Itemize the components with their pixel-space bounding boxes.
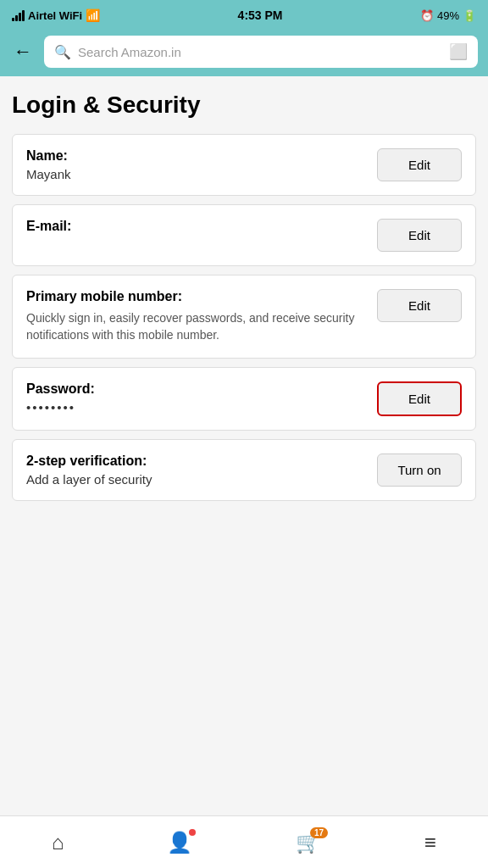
phone-info: Primary mobile number: Quickly sign in, … [26,289,377,344]
phone-edit-button[interactable]: Edit [377,289,462,322]
status-left: Airtel WiFi 📶 [12,8,100,22]
twostep-section: 2-step verification: Add a layer of secu… [12,439,476,501]
status-time: 4:53 PM [238,8,283,22]
email-edit-button[interactable]: Edit [377,219,462,252]
nav-cart[interactable]: 🛒 17 [284,826,333,860]
alarm-icon: ⏰ [420,9,434,22]
nav-account[interactable]: 👤 [155,826,204,860]
twostep-info: 2-step verification: Add a layer of secu… [26,453,377,487]
carrier-label: Airtel WiFi [28,9,82,22]
twostep-value: Add a layer of security [26,472,363,487]
wifi-icon: 📶 [86,8,100,22]
password-edit-button[interactable]: Edit [377,381,462,416]
nav-home[interactable]: ⌂ [40,826,76,860]
name-section: Name: Mayank Edit [12,134,476,196]
twostep-label: 2-step verification: [26,453,363,469]
email-label: E-mail: [26,219,363,234]
cart-badge: 17 [310,827,328,838]
phone-description: Quickly sign in, easily recover password… [26,309,363,344]
search-bar[interactable]: 🔍 Search Amazon.in ⬜ [44,36,478,68]
password-info: Password: •••••••• [26,381,377,415]
status-right: ⏰ 49% 🔋 [420,9,476,22]
search-placeholder: Search Amazon.in [78,45,442,59]
password-value: •••••••• [26,400,363,415]
page-title: Login & Security [12,92,476,119]
email-section: E-mail: Edit [12,204,476,266]
search-bar-container: ← 🔍 Search Amazon.in ⬜ [0,31,488,76]
phone-label: Primary mobile number: [26,289,363,304]
status-bar: Airtel WiFi 📶 4:53 PM ⏰ 49% 🔋 [0,0,488,31]
email-info: E-mail: [26,219,377,237]
back-button[interactable]: ← [10,39,36,64]
name-value: Mayank [26,167,363,181]
signal-icon [12,9,25,21]
page-content: Login & Security Name: Mayank Edit E-mai… [0,76,488,577]
battery-icon: 🔋 [463,9,476,22]
password-section: Password: •••••••• Edit [12,367,476,431]
bottom-nav: ⌂ 👤 🛒 17 ≡ [0,815,488,868]
name-edit-button[interactable]: Edit [377,148,462,181]
name-label: Name: [26,148,363,164]
battery-label: 49% [437,9,459,22]
scan-icon[interactable]: ⬜ [449,42,468,61]
password-label: Password: [26,381,363,397]
menu-icon: ≡ [424,831,436,854]
phone-section: Primary mobile number: Quickly sign in, … [12,275,476,359]
name-info: Name: Mayank [26,148,377,181]
home-icon: ⌂ [52,831,64,854]
twostep-turnon-button[interactable]: Turn on [377,453,462,487]
search-icon: 🔍 [54,44,71,60]
nav-menu[interactable]: ≡ [413,826,448,860]
account-dot [189,829,196,836]
